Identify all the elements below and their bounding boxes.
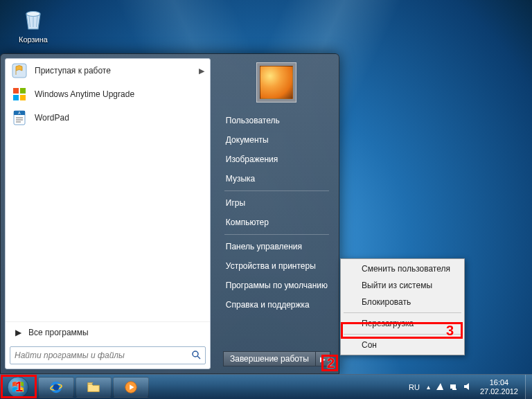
right-link-devices[interactable]: Устройства и принтеры xyxy=(219,256,335,276)
folder-icon xyxy=(86,380,101,395)
right-link-user[interactable]: Пользователь xyxy=(219,111,335,130)
desktop-icon-label: Корзина xyxy=(12,35,54,44)
all-programs-label: Все программы xyxy=(28,328,89,337)
svg-rect-2 xyxy=(13,88,19,94)
svg-rect-17 xyxy=(450,384,456,389)
search-icon xyxy=(191,350,201,362)
right-link-pictures[interactable]: Изображения xyxy=(219,150,335,169)
svg-line-10 xyxy=(197,356,200,359)
power-switch-user[interactable]: Сменить пользователя xyxy=(342,260,463,277)
program-list-spacer xyxy=(6,130,210,321)
clock-date: 27.02.2012 xyxy=(480,387,518,396)
right-link-music[interactable]: Музыка xyxy=(219,169,335,188)
clock-time: 16:04 xyxy=(480,378,518,387)
power-options-submenu: Сменить пользователя Выйти из системы Бл… xyxy=(340,258,465,355)
shutdown-label: Завершение работы xyxy=(230,354,309,364)
language-indicator[interactable]: RU xyxy=(405,383,424,391)
program-getting-started[interactable]: Приступая к работе ▶ xyxy=(6,59,210,82)
ie-icon xyxy=(48,380,64,395)
right-link-documents[interactable]: Документы xyxy=(219,130,335,150)
right-separator xyxy=(224,234,329,235)
taskbar-pinned-wmp[interactable] xyxy=(113,377,149,398)
svg-rect-18 xyxy=(452,389,456,390)
right-link-computer[interactable]: Компьютер xyxy=(219,213,335,232)
taskbar-pinned-ie[interactable] xyxy=(38,377,74,398)
svg-rect-3 xyxy=(20,88,26,94)
user-picture-image xyxy=(260,66,293,99)
start-menu-left-pane: Приступая к работе ▶ Windows Anytime Upg… xyxy=(5,58,211,369)
desktop-icon-recycle-bin[interactable]: Корзина xyxy=(12,6,54,44)
svg-point-9 xyxy=(193,351,198,357)
recycle-bin-icon xyxy=(19,6,47,33)
right-link-default-programs[interactable]: Программы по умолчанию xyxy=(219,276,335,295)
triangle-right-icon: ▶ xyxy=(15,328,21,337)
svg-rect-5 xyxy=(20,95,26,100)
wordpad-icon: A xyxy=(10,108,29,127)
program-label: Windows Anytime Upgrade xyxy=(35,89,134,99)
power-logoff[interactable]: Выйти из системы xyxy=(342,277,463,294)
system-tray: RU ▴ 16:04 27.02.2012 xyxy=(405,375,532,399)
power-separator xyxy=(344,334,461,335)
power-restart[interactable]: Перезагрузка xyxy=(342,315,463,332)
right-link-help[interactable]: Справка и поддержка xyxy=(219,295,335,314)
svg-rect-4 xyxy=(13,95,19,100)
right-separator xyxy=(224,190,329,191)
triangle-right-icon: ▶ xyxy=(320,355,326,363)
shutdown-button[interactable]: Завершение работы xyxy=(223,351,315,366)
action-center-icon[interactable] xyxy=(433,382,447,393)
start-search-input[interactable]: Найти программы и файлы xyxy=(10,346,206,364)
media-player-icon xyxy=(123,380,139,395)
tray-overflow-arrow-icon[interactable]: ▴ xyxy=(424,383,433,391)
shutdown-row: Завершение работы ▶ xyxy=(219,351,335,369)
search-placeholder: Найти программы и файлы xyxy=(15,351,125,360)
power-sleep[interactable]: Сон xyxy=(342,337,463,353)
submenu-arrow-icon: ▶ xyxy=(199,66,204,76)
start-button[interactable] xyxy=(1,375,35,399)
start-menu: Приступая к работе ▶ Windows Anytime Upg… xyxy=(0,53,339,374)
program-anytime-upgrade[interactable]: Windows Anytime Upgrade xyxy=(6,82,210,106)
power-lock[interactable]: Блокировать xyxy=(342,294,463,310)
program-wordpad[interactable]: A WordPad xyxy=(6,106,210,130)
flag-icon xyxy=(10,61,29,80)
program-label: Приступая к работе xyxy=(35,66,111,76)
user-picture[interactable] xyxy=(256,62,296,103)
power-separator xyxy=(344,312,461,313)
volume-icon[interactable] xyxy=(461,382,475,393)
svg-point-11 xyxy=(8,377,28,398)
shutdown-options-arrow[interactable]: ▶ xyxy=(315,351,330,366)
right-link-control-panel[interactable]: Панель управления xyxy=(219,237,335,256)
show-desktop-button[interactable] xyxy=(525,375,532,400)
windows-icon xyxy=(10,85,29,104)
svg-point-14 xyxy=(53,384,59,390)
taskbar: RU ▴ 16:04 27.02.2012 xyxy=(0,374,532,399)
right-link-games[interactable]: Игры xyxy=(219,193,335,213)
start-menu-right-pane: Пользователь Документы Изображения Музык… xyxy=(215,54,339,373)
network-icon[interactable] xyxy=(447,382,461,393)
windows-orb-icon xyxy=(7,376,29,398)
program-label: WordPad xyxy=(35,113,69,123)
svg-point-0 xyxy=(26,12,40,17)
all-programs[interactable]: ▶ Все программы xyxy=(6,321,210,342)
taskbar-clock[interactable]: 16:04 27.02.2012 xyxy=(475,378,525,396)
taskbar-pinned-explorer[interactable] xyxy=(76,377,112,398)
